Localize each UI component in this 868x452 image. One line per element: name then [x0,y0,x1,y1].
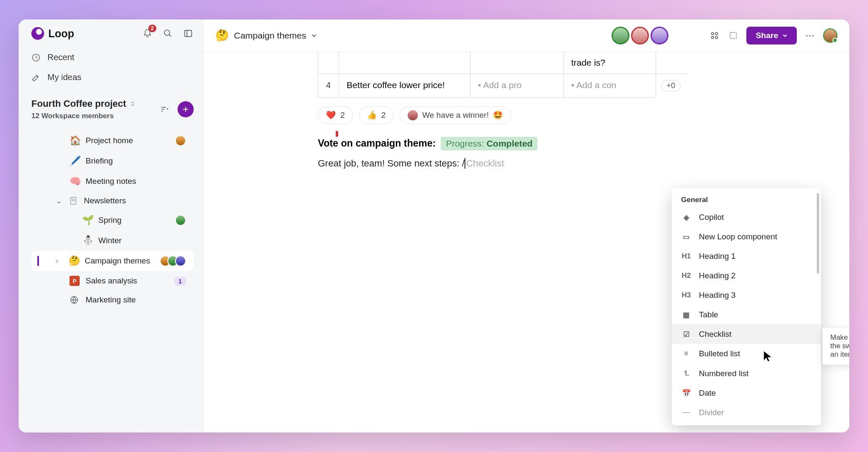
loop-component-button[interactable] [728,30,739,41]
svg-rect-14 [712,32,714,35]
pen-icon [31,73,41,82]
chevron-down-icon [311,33,317,39]
reaction-winner[interactable]: We have a winner! 🤩 [400,106,511,124]
app-name: Loop [48,28,74,40]
more-button[interactable]: ⋯ [804,30,815,41]
tree-item-newsletters[interactable]: ⌄ Newsletters [31,191,194,210]
h1-icon: H1 [681,252,691,261]
thinking-face-icon: 🤔 [69,255,79,266]
table-row: trade is? [318,52,689,74]
slash-command-menu: General ◈Copilot ▭New Loop component H1H… [672,188,821,425]
sort-button[interactable] [159,104,170,115]
unread-badge: 1 [174,277,186,286]
calendar-icon: 📅 [681,389,691,398]
snowman-icon: ⛄ [82,235,92,246]
menu-item-date[interactable]: 📅Date [672,383,821,403]
tree-item-project-home[interactable]: 🏠 Project home [31,130,194,151]
share-button[interactable]: Share [746,27,797,44]
status-badge[interactable]: Progress: Completed [441,137,537,150]
h3-icon: H3 [681,291,691,299]
svg-rect-17 [715,36,718,39]
avatar [175,215,186,226]
tree-item-briefing[interactable]: 🖊️ Briefing [31,151,194,171]
document-title[interactable]: 🤔 Campaign themes [215,29,317,42]
avatar [175,135,186,146]
keyboard-shortcuts-button[interactable] [709,30,720,41]
avatar [408,110,418,120]
menu-item-new-loop[interactable]: ▭New Loop component [672,227,821,247]
project-subtitle: 12 Workspace members [31,112,136,120]
reaction-bar: ❤️ 2 👍 2 We have a winner! 🤩 [318,106,849,124]
placeholder-text: Checklist [465,158,504,169]
menu-item-checklist[interactable]: ☑Checklist [672,324,821,344]
search-button[interactable] [162,28,173,39]
reaction-thumbs-up[interactable]: 👍 2 [359,106,394,124]
svg-rect-15 [715,32,718,35]
nav-recent[interactable]: Recent [19,47,203,67]
svg-rect-18 [730,32,737,39]
plus-icon [182,105,189,113]
menu-item-h3[interactable]: H3Heading 3 [672,286,821,305]
page-tree: 🏠 Project home 🖊️ Briefing 🧠 Meeting not… [31,130,194,309]
svg-rect-2 [185,31,192,37]
menu-section-header: General [672,191,821,208]
panel-toggle-button[interactable] [183,28,194,39]
loop-component-icon: ▭ [681,233,691,241]
idea-cell[interactable]: Better coffee lower price! [339,74,470,98]
app-logo[interactable]: Loop [31,27,74,40]
scrollbar[interactable] [817,193,819,274]
con-cell[interactable]: • Add a con [563,74,656,98]
sidebar-icon [184,29,193,38]
tree-item-campaign-themes[interactable]: › 🤔 Campaign themes [31,251,194,271]
project-title[interactable]: Fourth Coffee project [31,98,136,109]
page-icon [69,196,78,205]
presence-dot-icon [832,38,837,43]
thumbs-up-icon: 👍 [367,110,377,120]
app-window: Loop 2 Recent My ideas [19,19,849,433]
main-area: 🤔 Campaign themes Share ⋯ [203,19,849,433]
vote-pill[interactable]: +0 [661,80,681,92]
brain-icon: 🧠 [70,176,80,187]
menu-item-copilot[interactable]: ◈Copilot [672,208,821,227]
menu-item-h2[interactable]: H2Heading 2 [672,266,821,286]
menu-item-h1[interactable]: H1Heading 1 [672,247,821,266]
user-avatar[interactable] [823,28,837,43]
presence-avatars[interactable] [612,27,668,44]
divider-icon: — [681,408,691,417]
thinking-face-icon: 🤔 [215,29,229,42]
paragraph[interactable]: Great job, team! Some next steps: /Check… [318,158,849,169]
nav-my-ideas[interactable]: My ideas [19,67,203,87]
table-icon: ▦ [681,311,691,319]
add-page-button[interactable] [178,101,194,117]
powerpoint-icon: P [70,276,80,286]
pen-icon: 🖊️ [70,155,80,166]
svg-point-0 [164,30,170,36]
sidebar: Loop 2 Recent My ideas [19,19,203,433]
menu-item-bulleted-list[interactable]: ≡Bulleted list [672,344,821,363]
pros-cons-table: trade is? 4 Better coffee lower price! •… [318,52,688,98]
table-row[interactable]: 4 Better coffee lower price! • Add a pro… [318,74,689,98]
document-canvas[interactable]: trade is? 4 Better coffee lower price! •… [203,52,849,433]
notifications-button[interactable]: 2 [142,28,153,39]
tree-item-meeting-notes[interactable]: 🧠 Meeting notes [31,171,194,191]
pro-cell[interactable]: • Add a pro [470,74,563,98]
row-number: 4 [318,74,339,98]
numbered-list-icon: ⒈ [681,369,691,378]
tree-item-sales-analysis[interactable]: P Sales analysis 1 [31,271,194,291]
copilot-icon: ◈ [681,213,691,222]
menu-item-numbered-list[interactable]: ⒈Numbered list [672,363,821,383]
tree-item-marketing-site[interactable]: Marketing site [31,291,194,309]
menu-item-table[interactable]: ▦Table [672,305,821,324]
search-icon [163,29,172,38]
heart-icon: ❤️ [326,110,336,120]
topbar: 🤔 Campaign themes Share ⋯ [203,19,849,52]
nav-my-ideas-label: My ideas [47,72,81,82]
tree-item-winter[interactable]: ⛄ Winter [31,230,194,251]
sort-icon [130,101,136,107]
menu-item-divider[interactable]: —Divider [672,403,821,422]
reaction-heart[interactable]: ❤️ 2 [318,106,353,124]
notification-badge: 2 [148,25,156,32]
chevron-down-icon: ⌄ [56,197,64,205]
section-heading[interactable]: Vote on campaign theme: Progress: Comple… [318,137,849,150]
tree-item-spring[interactable]: 🌱 Spring [31,210,194,230]
